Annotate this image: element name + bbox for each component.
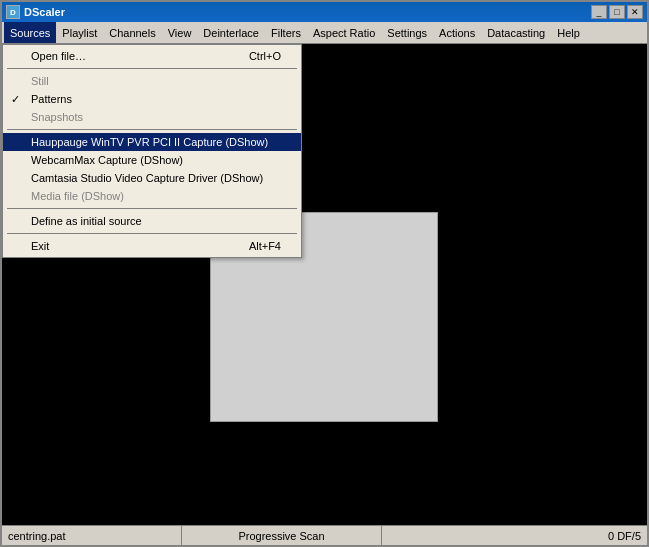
menu-bar: Sources Playlist Channels View Deinterla… [2,22,647,44]
status-file: centring.pat [2,526,182,545]
menu-deinterlace[interactable]: Deinterlace [197,22,265,43]
menu-media-file: Media file (DShow) [3,187,301,205]
menu-camtasia[interactable]: Camtasia Studio Video Capture Driver (DS… [3,169,301,187]
minimize-button[interactable]: _ [591,5,607,19]
sources-dropdown: Open file… Ctrl+O Still Patterns Snapsho… [2,44,302,258]
menu-settings[interactable]: Settings [381,22,433,43]
menu-aspect-ratio[interactable]: Aspect Ratio [307,22,381,43]
menu-hauppauge[interactable]: Hauppauge WinTV PVR PCI II Capture (DSho… [3,133,301,151]
menu-still: Still [3,72,301,90]
menu-define-initial[interactable]: Define as initial source [3,212,301,230]
close-button[interactable]: ✕ [627,5,643,19]
separator-2 [7,129,297,130]
menu-channels[interactable]: Channels [103,22,161,43]
menu-datacasting[interactable]: Datacasting [481,22,551,43]
menu-playlist[interactable]: Playlist [56,22,103,43]
separator-3 [7,208,297,209]
maximize-button[interactable]: □ [609,5,625,19]
menu-webcammax[interactable]: WebcamMax Capture (DShow) [3,151,301,169]
title-text: D DScaler [6,5,65,19]
status-frames: 0 DF/5 [382,526,647,545]
menu-patterns[interactable]: Patterns [3,90,301,108]
menu-open-file[interactable]: Open file… Ctrl+O [3,47,301,65]
status-bar: centring.pat Progressive Scan 0 DF/5 [2,525,647,545]
content-area: Open file… Ctrl+O Still Patterns Snapsho… [2,44,647,525]
video-canvas: Open file… Ctrl+O Still Patterns Snapsho… [2,44,647,525]
main-window: D DScaler _ □ ✕ Sources Playlist Channel… [0,0,649,547]
menu-help[interactable]: Help [551,22,586,43]
status-scan: Progressive Scan [182,526,382,545]
title-bar: D DScaler _ □ ✕ [2,2,647,22]
menu-view[interactable]: View [162,22,198,43]
app-icon: D [6,5,20,19]
menu-sources[interactable]: Sources [4,22,56,43]
title-controls: _ □ ✕ [591,5,643,19]
menu-actions[interactable]: Actions [433,22,481,43]
menu-snapshots: Snapshots [3,108,301,126]
menu-exit[interactable]: Exit Alt+F4 [3,237,301,255]
separator-4 [7,233,297,234]
separator-1 [7,68,297,69]
menu-filters[interactable]: Filters [265,22,307,43]
